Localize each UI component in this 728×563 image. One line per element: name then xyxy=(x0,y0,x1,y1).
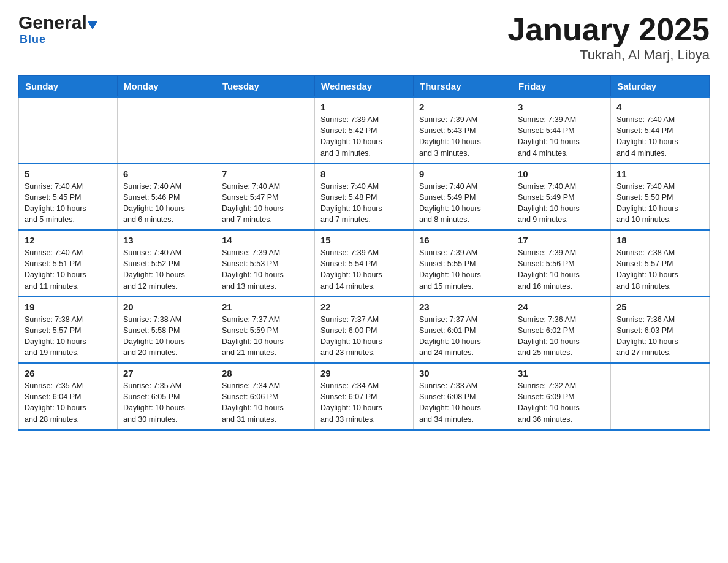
calendar-cell: 21Sunrise: 7:37 AM Sunset: 5:59 PM Dayli… xyxy=(216,297,315,364)
logo-arrow-icon xyxy=(88,21,97,29)
day-number: 14 xyxy=(222,235,309,245)
day-number: 7 xyxy=(222,169,309,179)
day-header-sunday: Sunday xyxy=(19,76,118,98)
day-number: 25 xyxy=(616,302,703,312)
day-number: 23 xyxy=(419,302,506,312)
day-number: 13 xyxy=(123,235,210,245)
calendar-cell: 6Sunrise: 7:40 AM Sunset: 5:46 PM Daylig… xyxy=(118,164,216,231)
day-number: 16 xyxy=(419,235,506,245)
day-number: 31 xyxy=(518,368,605,378)
day-info: Sunrise: 7:35 AM Sunset: 6:04 PM Dayligh… xyxy=(25,380,112,425)
calendar-cell xyxy=(19,97,118,164)
day-info: Sunrise: 7:40 AM Sunset: 5:49 PM Dayligh… xyxy=(518,181,605,226)
day-number: 28 xyxy=(222,368,309,378)
location-title: Tukrah, Al Marj, Libya xyxy=(507,47,710,63)
day-info: Sunrise: 7:39 AM Sunset: 5:42 PM Dayligh… xyxy=(320,114,408,159)
calendar-cell: 2Sunrise: 7:39 AM Sunset: 5:43 PM Daylig… xyxy=(414,97,512,164)
calendar-cell: 7Sunrise: 7:40 AM Sunset: 5:47 PM Daylig… xyxy=(216,164,315,231)
day-info: Sunrise: 7:32 AM Sunset: 6:09 PM Dayligh… xyxy=(518,380,605,425)
day-number: 3 xyxy=(518,102,605,112)
logo-general-text: General xyxy=(18,12,87,33)
page-header: General Blue January 2025 Tukrah, Al Mar… xyxy=(18,12,710,63)
day-info: Sunrise: 7:40 AM Sunset: 5:51 PM Dayligh… xyxy=(25,247,112,292)
day-info: Sunrise: 7:38 AM Sunset: 5:57 PM Dayligh… xyxy=(25,314,112,359)
calendar-cell: 4Sunrise: 7:40 AM Sunset: 5:44 PM Daylig… xyxy=(611,97,710,164)
day-info: Sunrise: 7:37 AM Sunset: 5:59 PM Dayligh… xyxy=(222,314,309,359)
day-info: Sunrise: 7:40 AM Sunset: 5:50 PM Dayligh… xyxy=(616,181,703,226)
calendar-cell: 16Sunrise: 7:39 AM Sunset: 5:55 PM Dayli… xyxy=(414,230,512,297)
title-block: January 2025 Tukrah, Al Marj, Libya xyxy=(507,12,710,63)
day-info: Sunrise: 7:38 AM Sunset: 5:57 PM Dayligh… xyxy=(616,247,703,292)
day-info: Sunrise: 7:39 AM Sunset: 5:56 PM Dayligh… xyxy=(518,247,605,292)
day-number: 19 xyxy=(25,302,112,312)
day-number: 20 xyxy=(123,302,210,312)
day-number: 22 xyxy=(320,302,408,312)
calendar-cell: 8Sunrise: 7:40 AM Sunset: 5:48 PM Daylig… xyxy=(315,164,414,231)
logo-blue-text: Blue xyxy=(20,33,46,45)
day-number: 8 xyxy=(320,169,408,179)
day-number: 29 xyxy=(320,368,408,378)
day-number: 10 xyxy=(518,169,605,179)
calendar-cell xyxy=(216,97,315,164)
day-header-thursday: Thursday xyxy=(414,76,512,98)
calendar-week-4: 19Sunrise: 7:38 AM Sunset: 5:57 PM Dayli… xyxy=(19,297,710,364)
day-info: Sunrise: 7:40 AM Sunset: 5:52 PM Dayligh… xyxy=(123,247,210,292)
day-number: 21 xyxy=(222,302,309,312)
calendar-header-row: SundayMondayTuesdayWednesdayThursdayFrid… xyxy=(19,76,710,98)
calendar-week-3: 12Sunrise: 7:40 AM Sunset: 5:51 PM Dayli… xyxy=(19,230,710,297)
day-header-wednesday: Wednesday xyxy=(315,76,414,98)
calendar-cell: 5Sunrise: 7:40 AM Sunset: 5:45 PM Daylig… xyxy=(19,164,118,231)
day-header-friday: Friday xyxy=(512,76,611,98)
day-info: Sunrise: 7:40 AM Sunset: 5:44 PM Dayligh… xyxy=(616,114,703,159)
calendar-cell: 28Sunrise: 7:34 AM Sunset: 6:06 PM Dayli… xyxy=(216,363,315,430)
day-info: Sunrise: 7:34 AM Sunset: 6:06 PM Dayligh… xyxy=(222,380,309,425)
calendar-cell: 25Sunrise: 7:36 AM Sunset: 6:03 PM Dayli… xyxy=(611,297,710,364)
day-number: 12 xyxy=(25,235,112,245)
calendar-cell: 12Sunrise: 7:40 AM Sunset: 5:51 PM Dayli… xyxy=(19,230,118,297)
day-number: 27 xyxy=(123,368,210,378)
day-info: Sunrise: 7:40 AM Sunset: 5:49 PM Dayligh… xyxy=(419,181,506,226)
day-header-monday: Monday xyxy=(118,76,216,98)
day-number: 15 xyxy=(320,235,408,245)
calendar-cell: 17Sunrise: 7:39 AM Sunset: 5:56 PM Dayli… xyxy=(512,230,611,297)
calendar-cell: 10Sunrise: 7:40 AM Sunset: 5:49 PM Dayli… xyxy=(512,164,611,231)
calendar-week-1: 1Sunrise: 7:39 AM Sunset: 5:42 PM Daylig… xyxy=(19,97,710,164)
day-info: Sunrise: 7:39 AM Sunset: 5:44 PM Dayligh… xyxy=(518,114,605,159)
day-number: 11 xyxy=(616,169,703,179)
day-info: Sunrise: 7:39 AM Sunset: 5:43 PM Dayligh… xyxy=(419,114,506,159)
day-number: 30 xyxy=(419,368,506,378)
day-info: Sunrise: 7:40 AM Sunset: 5:48 PM Dayligh… xyxy=(320,181,408,226)
day-info: Sunrise: 7:38 AM Sunset: 5:58 PM Dayligh… xyxy=(123,314,210,359)
calendar-week-2: 5Sunrise: 7:40 AM Sunset: 5:45 PM Daylig… xyxy=(19,164,710,231)
day-number: 18 xyxy=(616,235,703,245)
day-number: 4 xyxy=(616,102,703,112)
day-info: Sunrise: 7:37 AM Sunset: 6:01 PM Dayligh… xyxy=(419,314,506,359)
calendar-cell: 22Sunrise: 7:37 AM Sunset: 6:00 PM Dayli… xyxy=(315,297,414,364)
calendar-cell: 18Sunrise: 7:38 AM Sunset: 5:57 PM Dayli… xyxy=(611,230,710,297)
day-number: 6 xyxy=(123,169,210,179)
day-info: Sunrise: 7:40 AM Sunset: 5:47 PM Dayligh… xyxy=(222,181,309,226)
calendar-cell: 26Sunrise: 7:35 AM Sunset: 6:04 PM Dayli… xyxy=(19,363,118,430)
day-info: Sunrise: 7:36 AM Sunset: 6:03 PM Dayligh… xyxy=(616,314,703,359)
day-header-saturday: Saturday xyxy=(611,76,710,98)
calendar-cell: 1Sunrise: 7:39 AM Sunset: 5:42 PM Daylig… xyxy=(315,97,414,164)
calendar-cell: 15Sunrise: 7:39 AM Sunset: 5:54 PM Dayli… xyxy=(315,230,414,297)
day-number: 9 xyxy=(419,169,506,179)
logo: General Blue xyxy=(18,12,97,46)
calendar-cell: 14Sunrise: 7:39 AM Sunset: 5:53 PM Dayli… xyxy=(216,230,315,297)
day-info: Sunrise: 7:40 AM Sunset: 5:45 PM Dayligh… xyxy=(25,181,112,226)
day-info: Sunrise: 7:34 AM Sunset: 6:07 PM Dayligh… xyxy=(320,380,408,425)
day-info: Sunrise: 7:36 AM Sunset: 6:02 PM Dayligh… xyxy=(518,314,605,359)
calendar-cell: 31Sunrise: 7:32 AM Sunset: 6:09 PM Dayli… xyxy=(512,363,611,430)
calendar-cell xyxy=(611,363,710,430)
calendar-cell: 23Sunrise: 7:37 AM Sunset: 6:01 PM Dayli… xyxy=(414,297,512,364)
calendar-cell: 3Sunrise: 7:39 AM Sunset: 5:44 PM Daylig… xyxy=(512,97,611,164)
calendar-cell: 11Sunrise: 7:40 AM Sunset: 5:50 PM Dayli… xyxy=(611,164,710,231)
day-number: 24 xyxy=(518,302,605,312)
day-header-tuesday: Tuesday xyxy=(216,76,315,98)
day-info: Sunrise: 7:33 AM Sunset: 6:08 PM Dayligh… xyxy=(419,380,506,425)
calendar-table: SundayMondayTuesdayWednesdayThursdayFrid… xyxy=(18,75,710,431)
calendar-cell: 24Sunrise: 7:36 AM Sunset: 6:02 PM Dayli… xyxy=(512,297,611,364)
day-info: Sunrise: 7:35 AM Sunset: 6:05 PM Dayligh… xyxy=(123,380,210,425)
day-number: 26 xyxy=(25,368,112,378)
